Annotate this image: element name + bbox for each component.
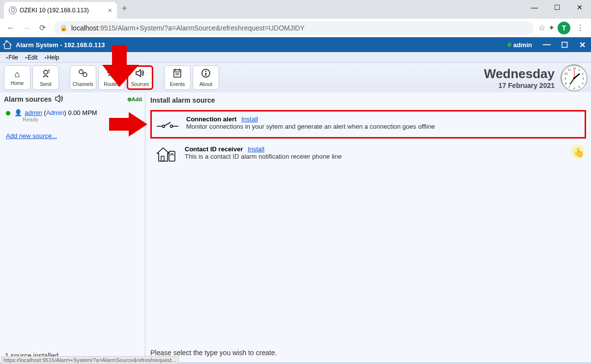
toolbar-channels-button[interactable]: Channels	[70, 65, 96, 90]
svg-point-1	[44, 70, 48, 74]
annotation-arrow-2	[109, 112, 148, 137]
menu-file[interactable]: ▪File	[3, 53, 21, 62]
person-icon: 👤	[14, 109, 22, 116]
reload-button[interactable]: ⟳	[35, 21, 49, 35]
window-minimize-button[interactable]: —	[523, 0, 546, 15]
install-link[interactable]: Install	[248, 145, 264, 153]
profile-avatar[interactable]: T	[558, 22, 570, 34]
svg-point-32	[573, 77, 575, 79]
app-close-button[interactable]: ✕	[573, 37, 591, 52]
left-panel-header: Alarm sources ⊕Add	[0, 92, 145, 106]
calendar-icon	[172, 68, 182, 81]
svg-point-35	[163, 125, 165, 128]
channels-icon	[78, 68, 88, 81]
install-connection-alert[interactable]: Connection alert Install Monitor connect…	[150, 110, 586, 139]
right-panel: Install alarm source Connection alert In…	[145, 92, 591, 363]
speaker-icon	[55, 94, 65, 105]
main-content: Alarm sources ⊕Add 👤 admin (Admin) 0.00 …	[0, 92, 591, 363]
browser-status-url: https://localhost:9515/Alarm+System/?a=A…	[1, 356, 179, 364]
status-dot-icon	[6, 111, 10, 115]
source-mpm: 0.00 MPM	[68, 109, 97, 116]
svg-text:!: !	[48, 69, 50, 74]
url-path: :9515/Alarm+System/?a=AlarmSource&refres…	[98, 24, 305, 32]
globe-icon	[9, 6, 17, 14]
source-user-link[interactable]: admin	[25, 109, 42, 116]
toolbar-home-button[interactable]: ⌂ Home	[4, 65, 30, 90]
status-online-icon	[507, 43, 511, 47]
install-item-desc: Monitor connections in your sytem and ge…	[186, 123, 435, 130]
source-role: Admin	[46, 109, 64, 116]
app-title: Alarm System - 192.168.0.113	[16, 41, 105, 49]
install-item-desc: This is a contact ID alarm notification …	[185, 153, 341, 160]
extensions-icon[interactable]: ✦	[548, 23, 555, 32]
svg-marker-33	[109, 112, 147, 137]
svg-text:10: 10	[564, 72, 568, 75]
info-icon	[201, 68, 211, 81]
alarm-system-icon	[2, 40, 13, 50]
tab-title: OZEKI 10 (192.168.0.113)	[20, 7, 89, 14]
app-titlebar: Alarm System - 192.168.0.113 admin — ☐ ✕	[0, 37, 591, 52]
app-minimize-button[interactable]: —	[538, 37, 556, 52]
svg-text:12: 12	[573, 67, 576, 70]
menu-edit[interactable]: ▪Edit	[22, 53, 41, 62]
svg-text:11: 11	[568, 68, 571, 71]
day-name: Wednesday	[484, 66, 555, 82]
tab-close-icon[interactable]: ×	[108, 6, 112, 14]
svg-point-37	[170, 125, 173, 128]
window-maximize-button[interactable]: ☐	[546, 0, 568, 15]
annotation-arrow-1	[102, 45, 141, 89]
browser-tab-strip: OZEKI 10 (192.168.0.113) × + — ☐ ✕	[0, 0, 591, 19]
app-user-label[interactable]: admin	[513, 41, 532, 49]
analog-clock: 12369 12 45 78 1011	[561, 64, 587, 91]
bookmark-star-icon[interactable]: ☆	[538, 23, 545, 32]
switch-icon	[156, 115, 179, 133]
app-maximize-button[interactable]: ☐	[556, 37, 573, 52]
menu-bar: ▪File ▪Edit ▪Help	[0, 52, 591, 63]
toolbar-send-button[interactable]: ! Send	[32, 65, 59, 90]
browser-toolbar: ← → ⟳ 🔒 localhost:9515/Alarm+System/?a=A…	[0, 19, 591, 37]
install-item-title: Contact ID receiver	[185, 145, 243, 153]
add-source-link[interactable]: ⊕Add	[127, 96, 142, 103]
send-icon: !	[40, 68, 51, 81]
right-panel-footer: Please select the type you wish to creat…	[150, 346, 586, 360]
new-tab-button[interactable]: +	[122, 3, 127, 14]
svg-point-3	[79, 70, 83, 74]
lock-icon: 🔒	[60, 25, 67, 31]
icon-toolbar: ⌂ Home ! Send Channels Routes Sources Ev…	[0, 63, 591, 92]
browser-menu-button[interactable]: ⋮	[573, 21, 587, 35]
cursor-hand-icon: 👆	[573, 147, 584, 158]
svg-marker-0	[102, 45, 139, 87]
svg-point-14	[205, 71, 206, 72]
url-host: localhost	[71, 24, 98, 32]
svg-rect-40	[169, 151, 175, 161]
home-icon: ⌂	[15, 69, 20, 80]
browser-tab[interactable]: OZEKI 10 (192.168.0.113) ×	[4, 2, 117, 19]
forward-button[interactable]: →	[20, 21, 33, 35]
toolbar-events-button[interactable]: Events	[164, 65, 191, 90]
svg-point-4	[83, 73, 87, 77]
toolbar-about-button[interactable]: About	[193, 65, 219, 90]
install-link[interactable]: Install	[241, 115, 258, 123]
menu-help[interactable]: ▪Help	[42, 53, 62, 62]
date-string: 17 February 2021	[484, 82, 555, 89]
svg-rect-15	[205, 73, 206, 76]
svg-rect-39	[161, 156, 164, 161]
svg-line-36	[165, 122, 170, 126]
install-contact-id-receiver[interactable]: Contact ID receiver Install This is a co…	[150, 141, 586, 167]
datetime-display: Wednesday 17 February 2021	[484, 66, 555, 89]
install-item-title: Connection alert	[186, 115, 237, 123]
install-header: Install alarm source	[150, 95, 586, 105]
address-bar[interactable]: 🔒 localhost:9515/Alarm+System/?a=AlarmSo…	[54, 21, 534, 35]
back-button[interactable]: ←	[4, 21, 18, 35]
house-receiver-icon	[154, 145, 178, 163]
window-close-button[interactable]: ✕	[568, 0, 591, 15]
